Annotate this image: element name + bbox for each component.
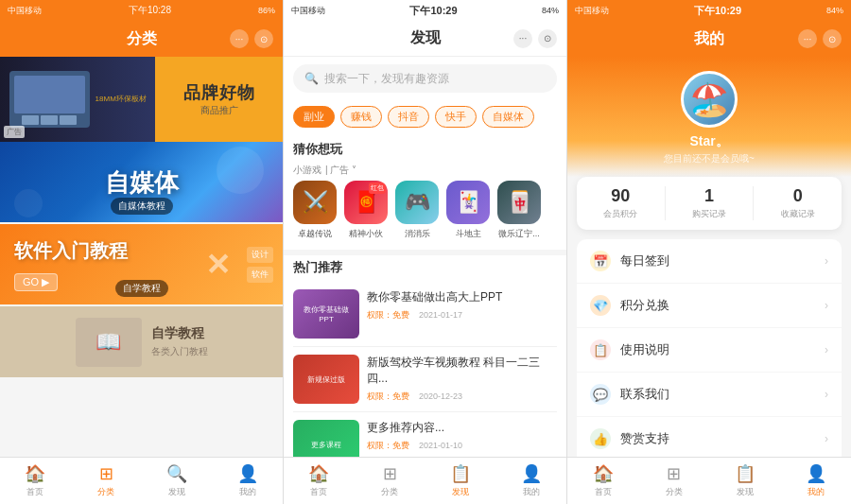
software-label: 自学教程 [115,280,168,297]
nav-header-1: 分类 ··· ⊙ [0,21,283,57]
tab-profile-2[interactable]: 👤 我的 [495,463,566,498]
tab-discover-3[interactable]: 📋 发现 [709,463,780,498]
stat-points[interactable]: 90 会员积分 [577,186,666,220]
menu-reward[interactable]: 👍 赞赏支持 › [577,417,842,457]
tab-bar-1: 🏠 首页 ⊞ 分类 🔍 发现 👤 我的 [0,457,283,504]
profile-label-2: 我的 [523,486,540,498]
tab-home-1[interactable]: 🏠 首页 [0,463,71,498]
media-label: 自媒体教程 [111,198,173,215]
ad-tag: 广告 [4,126,25,138]
hot-item-3[interactable]: 更多课程 更多推荐内容... 权限：免费 2021-01-10 [293,412,557,457]
scan-icon[interactable]: ⊙ [254,29,273,48]
tab-profile-1[interactable]: 👤 我的 [212,463,283,498]
menu-checkin[interactable]: 📅 每日签到 › [577,239,842,284]
tag-kuaishou[interactable]: 快手 [435,106,477,128]
category-software[interactable]: 软件入门教程 GO ▶ ✕ 设计 软件 自学教程 [0,224,283,304]
panel-discover: 中国移动 下午10:29 84% 发现 ··· ⊙ 🔍 搜索一下，发现有趣资源 … [284,0,567,504]
hot-thumb-1: 教你零基础做PPT [293,289,359,339]
instructions-icon: 📋 [590,339,611,360]
profile-content: 🏖️ Star。 您目前还不是会员哦~ 90 会员积分 1 购买记录 0 收藏记… [567,57,851,457]
checkin-icon: 📅 [590,251,611,271]
time-3: 下午10:29 [694,4,741,18]
game-avatar-3: 🎮 [395,181,439,224]
battery-3: 84% [826,6,843,15]
discover-label-1: 发现 [168,486,185,498]
page-title-3: 我的 [694,29,724,49]
study-sub: 各类入门教程 [151,345,208,358]
user-status: 您目前还不是会员哦~ [664,152,755,165]
tag-media[interactable]: 自媒体 [482,106,534,128]
tag-earn[interactable]: 赚钱 [340,106,382,128]
tab-categories-3[interactable]: ⊞ 分类 [638,463,709,498]
software-badge: 软件 [247,267,273,283]
tab-profile-3[interactable]: 👤 我的 [780,463,851,498]
menu-icon-dots[interactable]: ··· [230,29,249,48]
menu-icon-dots-2[interactable]: ··· [513,29,532,48]
game-avatar-1: ⚔️ [293,181,337,224]
categories-label-3: 分类 [666,486,683,498]
stat-purchases[interactable]: 1 购买记录 [666,186,755,220]
tab-discover-1[interactable]: 🔍 发现 [142,463,213,498]
scan-icon-3[interactable]: ⊙ [823,29,842,48]
menu-contact[interactable]: 💬 联系我们 › [577,373,842,417]
tab-discover-2[interactable]: 📋 发现 [426,463,496,498]
tab-bar-2: 🏠 首页 ⊞ 分类 📋 发现 👤 我的 [284,457,566,504]
stat-favorites-value: 0 [793,186,803,206]
hot-title-3: 更多推荐内容... [367,420,557,436]
time-2: 下午10:29 [409,4,457,18]
discover-icon-2: 📋 [450,463,471,484]
media-title: 自媒体 [105,165,179,199]
status-bar-2: 中国移动 下午10:29 84% [284,0,566,21]
categories-content: 18MM环保板材 品牌好物 商品推广 广告 自媒体 自媒体教程 软件入 [0,57,283,457]
mm-text: 18MM环保板材 [96,94,147,104]
game-item-1[interactable]: ⚔️ 卓越传说 [293,181,337,240]
game-item-3[interactable]: 🎮 消消乐 [395,181,439,240]
tab-categories-2[interactable]: ⊞ 分类 [355,463,426,498]
hot-section-title: 热门推荐 [284,255,566,282]
menu-icon-dots-3[interactable]: ··· [798,29,817,48]
guess-section-title: 猜你想玩 [284,137,566,164]
banner-ad[interactable]: 18MM环保板材 品牌好物 商品推广 广告 [0,57,283,142]
game-avatar-5: 🀄 [497,181,541,224]
tab-categories-1[interactable]: ⊞ 分类 [71,463,142,498]
software-icons: 设计 软件 [247,247,273,283]
game-item-5[interactable]: 🀄 微乐辽宁... [497,181,541,240]
stat-purchases-value: 1 [704,186,714,206]
home-label-2: 首页 [310,486,327,498]
hot-meta-1: 权限：免费 2021-01-17 [367,309,557,322]
tab-home-2[interactable]: 🏠 首页 [284,463,355,498]
search-placeholder: 搜索一下，发现有趣资源 [324,71,449,87]
software-go[interactable]: GO ▶ [14,273,58,291]
categories-icon-1: ⊞ [99,463,113,484]
hot-item-1[interactable]: 教你零基础做PPT 教你零基础做出高大上PPT 权限：免费 2021-01-17 [293,282,557,347]
search-bar[interactable]: 🔍 搜索一下，发现有趣资源 [293,64,557,93]
hot-items-section: 教你零基础做PPT 教你零基础做出高大上PPT 权限：免费 2021-01-17… [284,282,566,457]
game-item-4[interactable]: 🃏 斗地主 [446,181,490,240]
tag-douyin[interactable]: 抖音 [388,106,429,128]
profile-label-1: 我的 [239,486,256,498]
hot-item-2[interactable]: 新规保过版 新版驾校学车视频教程 科目一二三四... 权限：免费 2020-12… [293,347,557,412]
menu-instructions[interactable]: 📋 使用说明 › [577,328,842,373]
status-bar-3: 中国移动 下午10:29 84% [567,0,851,21]
game-name-3: 消消乐 [405,228,430,240]
categories-icon-2: ⊞ [383,463,397,484]
panel-profile: 中国移动 下午10:29 84% 我的 ··· ⊙ 🏖️ Star。 您目前还不… [567,0,851,504]
tab-home-3[interactable]: 🏠 首页 [567,463,638,498]
category-study[interactable]: 📖 自学教程 各类入门教程 [0,306,283,377]
home-label-3: 首页 [595,486,612,498]
hot-info-2: 新版驾校学车视频教程 科目一二三四... 权限：免费 2020-12-23 [367,355,557,403]
carrier-3: 中国移动 [575,5,609,17]
red-packet-badge: 红包 [369,182,386,194]
checkin-arrow: › [825,254,828,268]
reward-label: 赞赏支持 [620,430,815,447]
profile-icon-1: 👤 [237,463,258,484]
menu-points[interactable]: 💎 积分兑换 › [577,284,842,328]
games-row: ⚔️ 卓越传说 🧧 红包 精神小伙 🎮 消消乐 [284,181,566,250]
page-title-2: 发现 [410,28,441,48]
game-item-2[interactable]: 🧧 红包 精神小伙 [344,181,388,240]
category-media[interactable]: 自媒体 自媒体教程 [0,142,283,222]
tag-side-job[interactable]: 副业 [293,106,335,128]
nav-header-2: 发现 ··· ⊙ [284,21,566,57]
scan-icon-2[interactable]: ⊙ [538,29,557,48]
stat-favorites[interactable]: 0 收藏记录 [754,186,842,220]
